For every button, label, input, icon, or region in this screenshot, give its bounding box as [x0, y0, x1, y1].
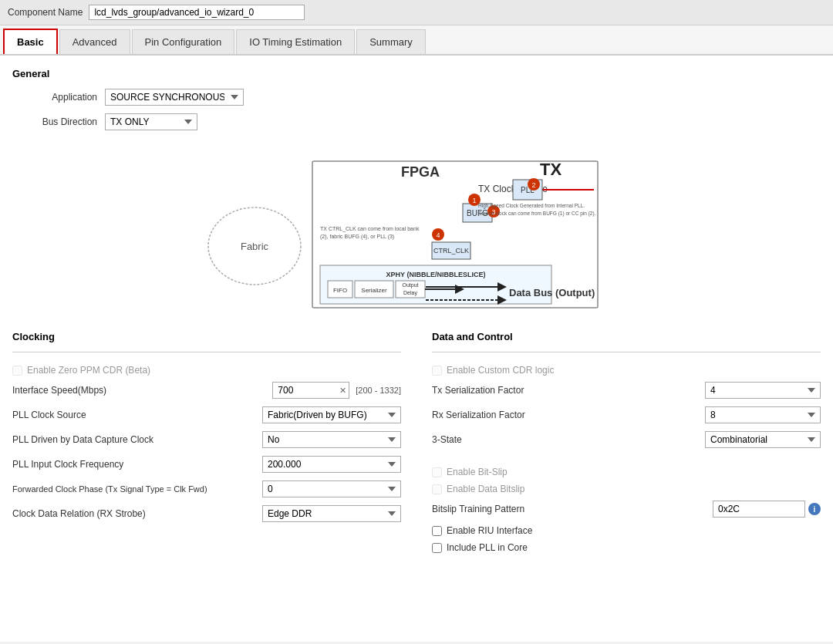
zero-ppm-row: Enable Zero PPM CDR (Beta) [12, 365, 401, 376]
clocking-title: Clocking [12, 331, 401, 342]
svg-text:1: 1 [472, 197, 476, 204]
tab-io-timing[interactable]: IO Timing Estimation [236, 29, 355, 54]
tab-advanced[interactable]: Advanced [59, 29, 130, 54]
data-bitslip-label: Enable Data Bitslip [447, 484, 524, 494]
svg-text:CTRL_CLK: CTRL_CLK [433, 247, 469, 255]
tx-serial-row: Tx Serialization Factor 4 8 16 [432, 382, 821, 399]
tx-serial-select[interactable]: 4 8 16 [705, 382, 821, 399]
rx-serial-row: Rx Serialization Factor 8 4 16 [432, 406, 821, 423]
svg-text:Fabric: Fabric [241, 241, 269, 252]
clocking-divider [12, 352, 401, 352]
fwd-clock-phase-label: Forwarded Clock Phase (Tx Signal Type = … [12, 484, 256, 494]
custom-cdr-checkbox[interactable] [432, 366, 442, 376]
three-state-select[interactable]: Combinatorial Registered None [705, 431, 821, 448]
application-select[interactable]: SOURCE SYNCHRONOUS MEMORY CUSTOM [105, 89, 244, 106]
bitslip-pattern-input[interactable] [713, 501, 805, 518]
data-control-section: Data and Control Enable Custom CDR logic… [432, 331, 821, 559]
tab-basic[interactable]: Basic [3, 29, 58, 54]
pll-clock-source-row: PLL Clock Source Fabric(Driven by BUFG) … [12, 406, 401, 423]
include-pll-row: Include PLL in Core [432, 542, 821, 553]
interface-speed-label: Interface Speed(Mbps) [12, 385, 266, 396]
fwd-clock-phase-row: Forwarded Clock Phase (Tx Signal Type = … [12, 480, 401, 497]
general-section: General Application SOURCE SYNCHRONOUS M… [12, 68, 821, 130]
data-bitslip-row: Enable Data Bitslip [432, 484, 821, 494]
svg-text:Output: Output [402, 282, 418, 288]
pll-driven-select[interactable]: No Yes [262, 431, 401, 448]
three-state-row: 3-State Combinatorial Registered None [432, 431, 821, 448]
bitslip-pattern-row: Bitslip Training Pattern i [432, 501, 821, 518]
custom-cdr-label: Enable Custom CDR logic [447, 365, 554, 376]
bitslip-checkbox[interactable] [432, 467, 442, 477]
svg-text:4: 4 [436, 231, 440, 239]
svg-text:TX: TX [540, 160, 562, 179]
svg-text:FPGA: FPGA [401, 164, 440, 180]
tx-serial-label: Tx Serialization Factor [432, 385, 699, 396]
svg-text:Serializer: Serializer [361, 287, 387, 294]
application-row: Application SOURCE SYNCHRONOUS MEMORY CU… [12, 89, 821, 106]
data-bitslip-checkbox[interactable] [432, 484, 442, 494]
pll-input-freq-label: PLL Input Clock Frequency [12, 459, 256, 470]
component-name-input[interactable] [89, 5, 305, 20]
custom-cdr-row: Enable Custom CDR logic [432, 365, 821, 376]
zero-ppm-label: Enable Zero PPM CDR (Beta) [27, 365, 150, 376]
interface-speed-row: Interface Speed(Mbps) ✕ [200 - 1332] [12, 382, 401, 399]
svg-text:Data Bus (Output): Data Bus (Output) [509, 287, 595, 298]
clocking-section: Clocking Enable Zero PPM CDR (Beta) Inte… [12, 331, 401, 559]
pll-clock-source-label: PLL Clock Source [12, 410, 256, 420]
tab-pin-config[interactable]: Pin Configuration [132, 29, 235, 54]
bitslip-label: Enable Bit-Slip [447, 467, 508, 477]
bitslip-row: Enable Bit-Slip [432, 467, 821, 477]
diagram-container: Fabric FPGA TX TX Clock Source PLL BUFG … [12, 146, 821, 315]
bitslip-pattern-wrapper: i [713, 501, 821, 518]
pll-driven-row: PLL Driven by Data Capture Clock No Yes [12, 431, 401, 448]
pll-input-freq-row: PLL Input Clock Frequency 200.000 100.00… [12, 456, 401, 473]
application-label: Application [12, 92, 97, 103]
diagram-svg: Fabric FPGA TX TX Clock Source PLL BUFG … [201, 146, 632, 315]
riu-interface-row: Enable RIU Interface [432, 525, 821, 536]
bitslip-pattern-label: Bitslip Training Pattern [432, 504, 707, 514]
rx-serial-label: Rx Serialization Factor [432, 410, 699, 420]
clock-data-rel-label: Clock Data Relation (RX Strobe) [12, 508, 256, 519]
main-content: General Application SOURCE SYNCHRONOUS M… [0, 56, 833, 642]
svg-text:(2), fabric BUFG (4), or PLL (: (2), fabric BUFG (4), or PLL (3) [320, 234, 394, 240]
data-control-title: Data and Control [432, 331, 821, 342]
bus-direction-select[interactable]: TX ONLY RX ONLY BIDIR [105, 113, 197, 130]
fwd-clock-phase-select[interactable]: 0 90 180 270 [262, 480, 401, 497]
svg-text:High Speed Clock Generated fro: High Speed Clock Generated from Internal… [478, 203, 585, 209]
svg-text:XPHY (NIBBLE/NIBBLESLICE): XPHY (NIBBLE/NIBBLESLICE) [386, 271, 486, 278]
three-state-label: 3-State [432, 434, 699, 445]
svg-text:Delay: Delay [403, 290, 417, 296]
interface-speed-wrapper: ✕ [272, 382, 349, 399]
svg-text:Source clock can come from BUF: Source clock can come from BUFG (1) or C… [478, 211, 596, 217]
tab-summary[interactable]: Summary [356, 29, 426, 54]
interface-speed-input[interactable] [272, 382, 349, 399]
include-pll-checkbox[interactable] [432, 543, 442, 553]
svg-text:TX CTRL_CLK can come from loca: TX CTRL_CLK can come from local bank [320, 226, 420, 232]
rx-serial-select[interactable]: 8 4 16 [705, 406, 821, 423]
include-pll-label: Include PLL in Core [447, 542, 528, 553]
clock-data-rel-row: Clock Data Relation (RX Strobe) Edge DDR… [12, 505, 401, 522]
clear-icon[interactable]: ✕ [339, 386, 346, 396]
bus-direction-label: Bus Direction [12, 116, 97, 127]
riu-interface-label: Enable RIU Interface [447, 525, 532, 536]
riu-interface-checkbox[interactable] [432, 526, 442, 536]
bottom-columns: Clocking Enable Zero PPM CDR (Beta) Inte… [12, 331, 821, 559]
pll-input-freq-select[interactable]: 200.000 100.000 300.000 [262, 456, 401, 473]
bitslip-info-icon[interactable]: i [808, 503, 821, 515]
clock-data-rel-select[interactable]: Edge DDR Center DDR Edge SDR [262, 505, 401, 522]
bus-direction-row: Bus Direction TX ONLY RX ONLY BIDIR [12, 113, 821, 130]
pll-clock-source-select[interactable]: Fabric(Driven by BUFG) Fabric(Driven by … [262, 406, 401, 423]
data-control-divider [432, 352, 821, 352]
svg-text:FIFO: FIFO [333, 287, 347, 294]
interface-speed-range: [200 - 1332] [356, 386, 401, 395]
zero-ppm-checkbox[interactable] [12, 366, 22, 376]
top-bar: Component Name [0, 0, 833, 25]
pll-driven-label: PLL Driven by Data Capture Clock [12, 434, 256, 445]
svg-text:2: 2 [531, 181, 535, 189]
component-name-label: Component Name [8, 7, 83, 18]
general-title: General [12, 68, 821, 79]
fabric-cloud: Fabric [208, 207, 301, 285]
tabs-bar: Basic Advanced Pin Configuration IO Timi… [0, 25, 833, 56]
